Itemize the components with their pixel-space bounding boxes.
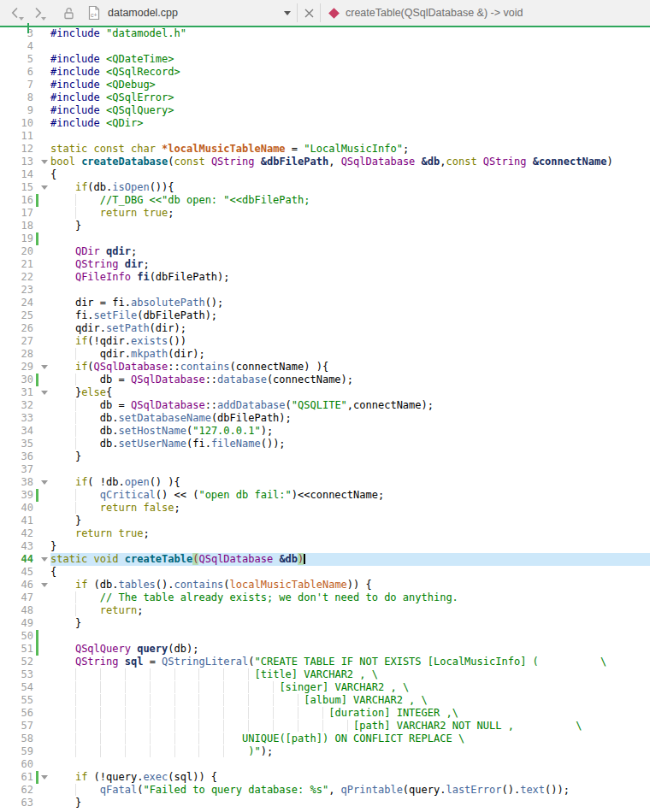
code-text[interactable]: }else{ bbox=[50, 386, 650, 399]
code-text[interactable]: [title] VARCHAR2 , \ bbox=[50, 668, 650, 681]
code-line[interactable]: 17 return true; bbox=[0, 207, 650, 220]
code-text[interactable]: } bbox=[50, 617, 650, 630]
line-number[interactable]: 15 bbox=[0, 181, 36, 194]
code-line[interactable]: 27 if(!qdir.exists()) bbox=[0, 335, 650, 348]
code-text[interactable]: if( !db.open() ){ bbox=[50, 476, 650, 489]
code-text[interactable]: db = QSqlDatabase::addDatabase("QSQLITE"… bbox=[50, 399, 650, 412]
code-line[interactable]: 43} bbox=[0, 540, 650, 553]
fold-marker-icon[interactable] bbox=[38, 579, 50, 591]
code-line[interactable]: 59 )"); bbox=[0, 745, 650, 758]
code-text[interactable]: if (db.tables().contains(localMusicTable… bbox=[50, 579, 650, 591]
line-number[interactable]: 32 bbox=[0, 399, 36, 412]
line-number[interactable]: 45 bbox=[0, 566, 36, 579]
code-text[interactable]: UNIQUE([path]) ON CONFLICT REPLACE \ bbox=[50, 733, 650, 745]
line-number[interactable]: 40 bbox=[0, 502, 36, 515]
code-text[interactable]: fi.setFile(dbFilePath); bbox=[50, 309, 650, 322]
fold-marker-icon[interactable] bbox=[38, 553, 50, 566]
code-line[interactable]: 55 [album] VARCHAR2 , \ bbox=[0, 694, 650, 707]
code-text[interactable]: db.setUserName(fi.fileName()); bbox=[50, 438, 650, 450]
line-number[interactable]: 9 bbox=[0, 104, 36, 117]
code-text[interactable]: QString dir; bbox=[50, 258, 650, 271]
file-tab[interactable]: c+ datamodel.cpp bbox=[87, 2, 281, 24]
line-number[interactable]: 44 bbox=[0, 553, 36, 566]
line-number[interactable]: 27 bbox=[0, 335, 36, 348]
file-dropdown-button[interactable] bbox=[281, 3, 294, 22]
code-line[interactable]: 19 bbox=[0, 232, 650, 245]
code-line[interactable]: 33 db.setDatabaseName(dbFilePath); bbox=[0, 412, 650, 425]
line-number[interactable]: 10 bbox=[0, 117, 36, 130]
code-text[interactable]: if (!query.exec(sql)) { bbox=[50, 771, 650, 784]
code-text[interactable]: dir = fi.absolutePath(); bbox=[50, 297, 650, 309]
code-line[interactable]: 45{ bbox=[0, 566, 650, 579]
line-number[interactable]: 48 bbox=[0, 604, 36, 617]
code-text[interactable]: return true; bbox=[50, 527, 650, 540]
code-text[interactable]: if(QSqlDatabase::contains(connectName) )… bbox=[50, 361, 650, 374]
code-line[interactable]: 20 QDir qdir; bbox=[0, 245, 650, 258]
code-line[interactable]: 26 qdir.setPath(dir); bbox=[0, 322, 650, 335]
code-text[interactable]: } bbox=[50, 515, 650, 527]
line-number[interactable]: 23 bbox=[0, 284, 36, 297]
code-line[interactable]: 58 UNIQUE([path]) ON CONFLICT REPLACE \ bbox=[0, 733, 650, 745]
line-number[interactable]: 14 bbox=[0, 168, 36, 181]
code-text[interactable]: { bbox=[50, 168, 650, 181]
code-text[interactable] bbox=[50, 463, 650, 476]
code-line[interactable]: 57 [path] VARCHAR2 NOT NULL , \ bbox=[0, 720, 650, 733]
code-line[interactable]: 39 qCritical() << ("open db fail:")<<con… bbox=[0, 489, 650, 502]
line-number[interactable]: 50 bbox=[0, 630, 36, 643]
line-number[interactable]: 59 bbox=[0, 745, 36, 758]
code-line[interactable]: 53 [title] VARCHAR2 , \ bbox=[0, 668, 650, 681]
code-line[interactable]: 38 if( !db.open() ){ bbox=[0, 476, 650, 489]
code-line[interactable]: 3#include "datamodel.h" bbox=[0, 27, 650, 40]
code-text[interactable] bbox=[50, 130, 650, 143]
code-text[interactable]: #include <QDir> bbox=[50, 117, 650, 130]
code-line[interactable]: 34 db.setHostName("127.0.0.1"); bbox=[0, 425, 650, 438]
code-text[interactable]: return false; bbox=[50, 502, 650, 515]
code-line[interactable]: 41 } bbox=[0, 515, 650, 527]
code-text[interactable]: [duration] INTEGER ,\ bbox=[50, 707, 650, 720]
code-line[interactable]: 62 qFatal("Failed to query database: %s"… bbox=[0, 784, 650, 797]
close-button[interactable] bbox=[300, 3, 317, 22]
line-number[interactable]: 34 bbox=[0, 425, 36, 438]
code-text[interactable]: #include <QDebug> bbox=[50, 79, 650, 91]
code-line[interactable]: 10#include <QDir> bbox=[0, 117, 650, 130]
line-number[interactable]: 3 bbox=[0, 27, 36, 40]
code-text[interactable]: db = QSqlDatabase::database(connectName)… bbox=[50, 374, 650, 386]
code-text[interactable]: #include <QSqlError> bbox=[50, 91, 650, 104]
code-line[interactable]: 31 }else{ bbox=[0, 386, 650, 399]
code-line[interactable]: 36 } bbox=[0, 450, 650, 463]
code-line[interactable]: 8#include <QSqlError> bbox=[0, 91, 650, 104]
forward-button[interactable] bbox=[29, 3, 46, 22]
line-number[interactable]: 17 bbox=[0, 207, 36, 220]
line-number[interactable]: 62 bbox=[0, 784, 36, 797]
code-text[interactable]: [album] VARCHAR2 , \ bbox=[50, 694, 650, 707]
code-line[interactable]: 32 db = QSqlDatabase::addDatabase("QSQLI… bbox=[0, 399, 650, 412]
code-line[interactable]: 24 dir = fi.absolutePath(); bbox=[0, 297, 650, 309]
line-number[interactable]: 12 bbox=[0, 143, 36, 156]
code-line[interactable]: 22 QFileInfo fi(dbFilePath); bbox=[0, 271, 650, 284]
line-number[interactable]: 31 bbox=[0, 386, 36, 399]
line-number[interactable]: 53 bbox=[0, 668, 36, 681]
line-number[interactable]: 28 bbox=[0, 348, 36, 361]
code-text[interactable]: return true; bbox=[50, 207, 650, 220]
code-text[interactable]: [path] VARCHAR2 NOT NULL , \ bbox=[50, 720, 650, 733]
code-line[interactable]: 61 if (!query.exec(sql)) { bbox=[0, 771, 650, 784]
code-text[interactable]: } bbox=[50, 797, 650, 809]
code-line[interactable]: 5#include <QDateTime> bbox=[0, 53, 650, 66]
code-line[interactable]: 28 qdir.mkpath(dir); bbox=[0, 348, 650, 361]
code-line[interactable]: 44static void createTable(QSqlDatabase &… bbox=[0, 553, 650, 566]
line-number[interactable]: 19 bbox=[0, 232, 36, 245]
code-text[interactable]: QDir qdir; bbox=[50, 245, 650, 258]
code-line[interactable]: 54 [singer] VARCHAR2 , \ bbox=[0, 681, 650, 694]
code-line[interactable]: 60 bbox=[0, 758, 650, 771]
code-line[interactable]: 35 db.setUserName(fi.fileName()); bbox=[0, 438, 650, 450]
code-line[interactable]: 4 bbox=[0, 40, 650, 53]
code-line[interactable]: 52 QString sql = QStringLiteral("CREATE … bbox=[0, 656, 650, 668]
code-text[interactable]: bool createDatabase(const QString &dbFil… bbox=[50, 156, 650, 168]
code-text[interactable] bbox=[50, 758, 650, 771]
code-text[interactable]: qdir.setPath(dir); bbox=[50, 322, 650, 335]
fold-marker-icon[interactable] bbox=[38, 156, 50, 168]
line-number[interactable]: 6 bbox=[0, 66, 36, 79]
line-number[interactable]: 33 bbox=[0, 412, 36, 425]
code-line[interactable]: 47 // The table already exists; we don't… bbox=[0, 591, 650, 604]
line-number[interactable]: 5 bbox=[0, 53, 36, 66]
